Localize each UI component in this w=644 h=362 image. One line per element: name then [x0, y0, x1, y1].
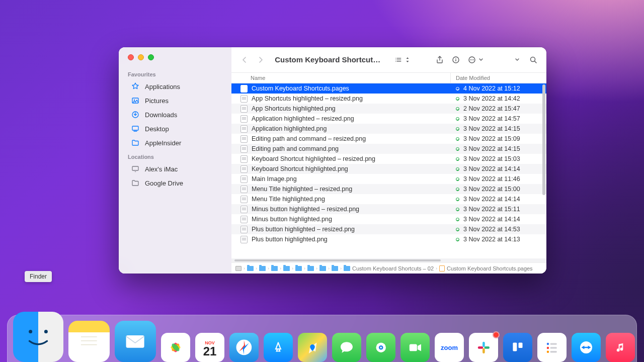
file-name: Editing path and command – resized.png [252, 135, 366, 142]
file-row[interactable]: Plus button highlighted – resized.png3 N… [231, 224, 546, 234]
minimize-button[interactable] [138, 54, 144, 60]
file-row[interactable]: Plus button highlighted.png3 Nov 2022 at… [231, 234, 546, 244]
file-row[interactable]: Application highlighted – resized.png3 N… [231, 114, 546, 124]
path-segment[interactable] [319, 266, 326, 271]
path-segment[interactable] [247, 266, 254, 271]
svg-point-16 [470, 59, 471, 60]
chevron-icon: › [340, 266, 342, 271]
file-date: 3 Nov 2022 at 14:13 [463, 236, 520, 243]
path-segment[interactable] [259, 266, 266, 271]
folder-icon [283, 266, 290, 271]
toolbar-overflow-button[interactable] [511, 53, 523, 66]
column-date[interactable]: Date Modified [451, 73, 546, 83]
file-row[interactable]: App Shortcuts highlighted – resized.png3… [231, 94, 546, 104]
view-options-button[interactable] [392, 53, 414, 66]
action-menu-button[interactable] [466, 53, 487, 66]
svg-point-1 [134, 100, 135, 101]
path-segment[interactable] [235, 266, 242, 271]
sidebar-item-label: Alex's iMac [145, 165, 178, 173]
file-list[interactable]: Custom Keyboard Shortcuts.pages4 Nov 202… [231, 83, 546, 258]
path-segment[interactable] [332, 266, 338, 271]
zoom-button[interactable] [148, 54, 154, 60]
file-row[interactable]: Keyboard Shortcut highlighted – resized.… [231, 154, 546, 164]
sidebar-item-appleinsider[interactable]: AppleInsider [122, 136, 228, 150]
back-button[interactable] [238, 53, 251, 66]
dock-app-trello[interactable] [503, 333, 532, 362]
dock-app-finder[interactable] [13, 312, 63, 362]
file-icon [240, 155, 248, 163]
tags-button[interactable] [450, 53, 462, 66]
file-name: Minus button highlighted.png [252, 216, 332, 223]
file-row[interactable]: Editing path and command – resized.png3 … [231, 134, 546, 144]
vertical-scrollbar[interactable] [542, 84, 545, 195]
dock-app-calendar[interactable]: NOV21 [195, 333, 224, 362]
share-button[interactable] [434, 53, 446, 66]
file-row[interactable]: Custom Keyboard Shortcuts.pages4 Nov 202… [231, 83, 546, 94]
file-row[interactable]: Menu Title highlighted – resized.png3 No… [231, 184, 546, 194]
finder-sidebar: FavouritesApplicationsPicturesDownloadsD… [119, 47, 231, 274]
file-icon [240, 85, 248, 93]
file-row[interactable]: Application highlighted.png3 Nov 2022 at… [231, 124, 546, 134]
dock-app-zoom[interactable]: zoom [435, 333, 464, 362]
chevron-icon: › [304, 266, 305, 271]
dock-app-maps[interactable] [298, 333, 327, 362]
dock-app-reminders[interactable] [537, 333, 567, 362]
sidebar-item-google-drive[interactable]: Google Drive [122, 176, 228, 190]
svg-point-22 [44, 330, 48, 333]
dock-app-music[interactable] [606, 333, 635, 362]
sync-status-icon [456, 208, 459, 211]
sidebar-item-pictures[interactable]: Pictures [122, 94, 228, 108]
path-segment[interactable] [283, 266, 290, 271]
sidebar-item-applications[interactable]: Applications [122, 79, 228, 94]
path-segment[interactable] [271, 266, 278, 271]
dock-app-mail[interactable] [115, 321, 156, 362]
dock-app-photos[interactable] [161, 333, 190, 362]
file-date: 3 Nov 2022 at 15:00 [463, 186, 520, 193]
file-name: Custom Keyboard Shortcuts.pages [252, 85, 349, 92]
dock-app-findmy[interactable] [366, 333, 395, 362]
search-button[interactable] [527, 53, 539, 66]
chevron-icon: › [328, 266, 330, 271]
file-date: 3 Nov 2022 at 14:42 [463, 95, 520, 102]
dock-app-notes[interactable] [68, 321, 110, 362]
path-segment[interactable] [295, 266, 302, 271]
file-icon [240, 206, 248, 213]
path-segment[interactable]: Custom Keyboard Shortcuts.pages [439, 265, 533, 272]
file-name: Plus button highlighted.png [252, 236, 328, 243]
svg-point-13 [456, 58, 457, 59]
file-icon [240, 95, 248, 103]
file-row[interactable]: Main Image.png3 Nov 2022 at 11:46 [231, 174, 546, 184]
sync-status-icon [456, 107, 459, 111]
file-row[interactable]: Minus button highlighted.png3 Nov 2022 a… [231, 214, 546, 224]
sync-status-icon [456, 137, 459, 141]
sidebar-item-downloads[interactable]: Downloads [122, 108, 228, 122]
svg-rect-43 [550, 343, 557, 345]
dock-app-slack[interactable] [469, 333, 498, 362]
file-row[interactable]: App Shortcuts highlighted.png2 Nov 2022 … [231, 104, 546, 114]
file-date: 3 Nov 2022 at 14:14 [463, 196, 520, 203]
sidebar-item-desktop[interactable]: Desktop [122, 122, 228, 136]
file-row[interactable]: Minus button highlighted – resized.png3 … [231, 204, 546, 214]
close-button[interactable] [128, 54, 134, 60]
svg-rect-26 [126, 336, 144, 348]
sidebar-item-alex-s-imac[interactable]: Alex's iMac [122, 162, 228, 176]
column-name[interactable]: Name [231, 73, 451, 83]
file-name: Application highlighted – resized.png [252, 115, 354, 122]
file-icon [240, 196, 248, 203]
file-row[interactable]: Menu Title highlighted.png3 Nov 2022 at … [231, 194, 546, 204]
file-name: Minus button highlighted – resized.png [252, 206, 359, 213]
dock-app-facetime[interactable] [400, 333, 430, 362]
file-row[interactable]: Editing path and command.png3 Nov 2022 a… [231, 144, 546, 154]
path-segment[interactable]: Custom Keyboard Shortcuts – 02 [344, 265, 434, 272]
dock-app-teamviewer[interactable] [572, 333, 601, 362]
forward-button[interactable] [255, 53, 267, 66]
path-segment[interactable] [307, 266, 314, 271]
file-date: 2 Nov 2022 at 15:47 [463, 105, 520, 112]
sync-status-icon [456, 127, 459, 131]
file-row[interactable]: Keyboard Shortcut highlighted.png3 Nov 2… [231, 164, 546, 174]
dock-app-appstore[interactable] [264, 333, 293, 362]
dock-app-safari[interactable] [229, 333, 259, 362]
downloads-icon [131, 110, 140, 119]
dock-app-messages[interactable] [332, 333, 361, 362]
horizontal-scrollbar[interactable] [231, 258, 546, 262]
